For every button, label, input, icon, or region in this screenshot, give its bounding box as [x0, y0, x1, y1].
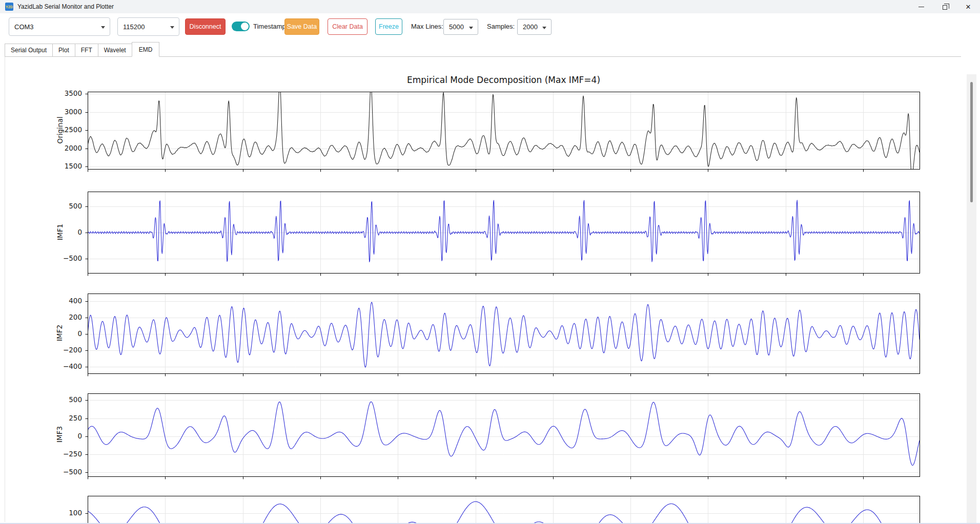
samples-label: Samples: [487, 23, 515, 30]
chevron-down-icon [469, 27, 473, 29]
title-bar: YZD YazidLab Serial Monitor and Plotter … [0, 0, 980, 13]
y-axis-label: IMF2 [55, 293, 64, 373]
y-axis-label: IMF1 [55, 191, 64, 273]
restore-icon [943, 5, 947, 10]
tab-bar: Serial Output Plot FFT Wavelet EMD [5, 43, 961, 57]
baud-select[interactable]: 115200 [117, 17, 179, 36]
toggle-knob-icon [241, 23, 249, 30]
chevron-down-icon [542, 27, 546, 29]
subplot-canvas-original [84, 91, 921, 173]
subplot-canvas-imf1 [84, 191, 921, 277]
close-icon: ✕ [966, 4, 971, 10]
save-data-button[interactable]: Save Data [284, 18, 319, 35]
tab-wavelet[interactable]: Wavelet [98, 44, 132, 56]
max-lines-value: 5000 [449, 23, 464, 31]
port-select-value: COM3 [14, 23, 34, 31]
app-icon: YZD [5, 3, 13, 11]
tab-emd[interactable]: EMD [132, 42, 160, 57]
samples-select[interactable]: 2000 [517, 19, 552, 35]
chart-title: Empirical Mode Decomposition (Max IMF=4) [88, 75, 920, 85]
minimize-button[interactable] [909, 0, 933, 13]
timestamp-label: Timestamp [253, 23, 286, 30]
max-lines-select[interactable]: 5000 [443, 19, 478, 35]
chevron-down-icon [170, 26, 174, 29]
port-select[interactable]: COM3 [9, 17, 110, 36]
disconnect-button[interactable]: Disconnect [185, 18, 226, 35]
timestamp-toggle[interactable] [232, 22, 250, 31]
app-window: YZD YazidLab Serial Monitor and Plotter … [0, 0, 980, 524]
samples-value: 2000 [523, 23, 538, 31]
clear-data-button[interactable]: Clear Data [328, 18, 368, 35]
subplot-canvas-imf2 [84, 292, 921, 377]
close-button[interactable]: ✕ [956, 0, 980, 13]
freeze-button[interactable]: Freeze [375, 18, 402, 35]
tab-serial-output[interactable]: Serial Output [5, 44, 53, 56]
subplot-canvas-imf3 [84, 392, 921, 480]
restore-button[interactable] [933, 0, 956, 13]
chevron-down-icon [101, 26, 105, 29]
vertical-scrollbar[interactable] [967, 74, 976, 524]
y-axis-label: Original [55, 91, 64, 169]
minimize-icon [918, 7, 924, 7]
window-title: YazidLab Serial Monitor and Plotter [17, 3, 114, 10]
y-axis-label: IMF4 [55, 495, 64, 524]
scrollbar-thumb[interactable] [970, 82, 973, 202]
window-controls: ✕ [909, 0, 980, 13]
baud-select-value: 115200 [123, 23, 145, 31]
max-lines-label: Max Lines: [411, 23, 443, 30]
tab-fft[interactable]: FFT [75, 44, 98, 56]
subplot-canvas-imf4 [84, 495, 921, 524]
emd-figure: Empirical Mode Decomposition (Max IMF=4)… [5, 57, 966, 524]
y-axis-label: IMF3 [55, 393, 64, 476]
toolbar: COM3 115200 Disconnect Timestamp Save Da… [0, 13, 980, 43]
tab-plot[interactable]: Plot [52, 44, 75, 56]
